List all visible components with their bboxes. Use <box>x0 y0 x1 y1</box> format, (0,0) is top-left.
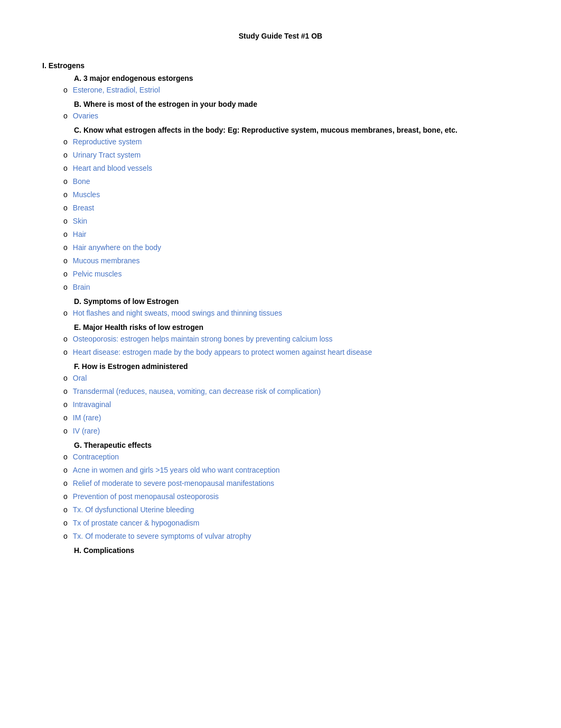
bullet-icon: o <box>63 136 68 148</box>
list-item: o Skin <box>63 216 519 227</box>
list-item: o Acne in women and girls >15 years old … <box>63 465 519 476</box>
list-item: o Muscles <box>63 189 519 200</box>
item-intravaginal: Intravaginal <box>73 399 111 410</box>
page-title: Study Guide Test #1 OB <box>42 32 519 40</box>
list-item: o Transdermal (reduces, nausea, vomiting… <box>63 386 519 397</box>
list-item: o Urinary Tract system <box>63 150 519 161</box>
subsection-heading-D: D. Symptoms of low Estrogen <box>74 297 519 306</box>
bullet-icon: o <box>63 451 68 463</box>
list-item: o Heart and blood vessels <box>63 163 519 174</box>
bullet-icon: o <box>63 347 68 358</box>
item-mucous-membranes: Mucous membranes <box>73 255 140 266</box>
list-item: o Hair anywhere on the body <box>63 242 519 253</box>
item-iv-rare: IV (rare) <box>73 426 100 437</box>
list-item: o Prevention of post menopausal osteopor… <box>63 491 519 502</box>
bullet-icon: o <box>63 176 68 187</box>
item-hair-anywhere: Hair anywhere on the body <box>73 242 161 253</box>
item-text: Esterone, Estradiol, Estriol <box>73 85 160 96</box>
bullet-icon: o <box>63 412 68 423</box>
bullet-icon: o <box>63 399 68 410</box>
item-im-rare: IM (rare) <box>73 412 101 423</box>
list-item: o Tx. Of moderate to severe symptoms of … <box>63 531 519 542</box>
subsection-heading-B: B. Where is most of the estrogen in your… <box>74 100 519 108</box>
list-item: o Hair <box>63 229 519 240</box>
item-osteoporosis: Osteoporosis: estrogen helps maintain st… <box>73 334 333 345</box>
subsection-heading-E: E. Major Health risks of low estrogen <box>74 323 519 331</box>
item-text: Ovaries <box>73 110 98 122</box>
subsection-heading-A: A. 3 major endogenous estorgens <box>74 74 519 82</box>
subsection-heading-G: G. Therapeutic effects <box>74 441 519 449</box>
bullet-icon: o <box>63 334 68 345</box>
item-brain: Brain <box>73 282 90 293</box>
bullet-icon: o <box>63 163 68 174</box>
list-item: o Breast <box>63 202 519 214</box>
item-heart-blood-vessels: Heart and blood vessels <box>73 163 152 174</box>
item-transdermal: Transdermal (reduces, nausea, vomiting, … <box>73 386 321 397</box>
subsection-heading-C: C. Know what estrogen affects in the bod… <box>74 126 519 134</box>
item-hair: Hair <box>73 229 87 240</box>
item-bone: Bone <box>73 176 90 187</box>
list-item: o Hot flashes and night sweats, mood swi… <box>63 308 519 319</box>
list-item: o Brain <box>63 282 519 293</box>
item-breast: Breast <box>73 202 94 214</box>
bullet-icon: o <box>63 189 68 200</box>
item-reproductive-system: Reproductive system <box>73 136 142 148</box>
bullet-icon: o <box>63 465 68 476</box>
item-relief-menopausal: Relief of moderate to severe post-menopa… <box>73 478 274 489</box>
bullet-icon: o <box>63 478 68 489</box>
item-urinary-tract: Urinary Tract system <box>73 150 141 161</box>
list-item: o Contraception <box>63 451 519 463</box>
bullet-icon: o <box>63 255 68 266</box>
bullet-icon: o <box>63 85 68 96</box>
list-item: o Tx. Of dysfunctional Uterine bleeding <box>63 504 519 515</box>
bullet-icon: o <box>63 216 68 227</box>
item-vulvar-atrophy: Tx. Of moderate to severe symptoms of vu… <box>73 531 251 542</box>
bullet-icon: o <box>63 518 68 529</box>
bullet-icon: o <box>63 202 68 214</box>
bullet-icon: o <box>63 282 68 293</box>
list-item: o Esterone, Estradiol, Estriol <box>63 85 519 96</box>
list-item: o Heart disease: estrogen made by the bo… <box>63 347 519 358</box>
list-item: o Ovaries <box>63 110 519 122</box>
item-prostate-cancer: Tx of prostate cancer & hypogonadism <box>73 518 200 529</box>
list-item: o Tx of prostate cancer & hypogonadism <box>63 518 519 529</box>
subsection-heading-H: H. Complications <box>74 546 519 555</box>
list-item: o Oral <box>63 373 519 384</box>
bullet-icon: o <box>63 373 68 384</box>
bullet-icon: o <box>63 491 68 502</box>
item-heart-disease: Heart disease: estrogen made by the body… <box>73 347 372 358</box>
bullet-icon: o <box>63 426 68 437</box>
list-item: o Mucous membranes <box>63 255 519 266</box>
bullet-icon: o <box>63 531 68 542</box>
subsection-heading-F: F. How is Estrogen administered <box>74 362 519 371</box>
item-pelvic-muscles: Pelvic muscles <box>73 269 122 280</box>
item-skin: Skin <box>73 216 87 227</box>
bullet-icon: o <box>63 110 68 122</box>
bullet-icon: o <box>63 386 68 397</box>
section-heading-estrogens: I. Estrogens <box>42 61 519 70</box>
item-symptoms-low-estrogen: Hot flashes and night sweats, mood swing… <box>73 308 282 319</box>
item-prevention-osteoporosis: Prevention of post menopausal osteoporos… <box>73 491 219 502</box>
bullet-icon: o <box>63 242 68 253</box>
section-estrogens: I. Estrogens A. 3 major endogenous estor… <box>42 61 519 555</box>
page-container: Study Guide Test #1 OB I. Estrogens A. 3… <box>42 32 519 555</box>
list-item: o Pelvic muscles <box>63 269 519 280</box>
item-contraception: Contraception <box>73 451 119 463</box>
list-item: o Bone <box>63 176 519 187</box>
list-item: o Reproductive system <box>63 136 519 148</box>
bullet-icon: o <box>63 229 68 240</box>
bullet-icon: o <box>63 269 68 280</box>
bullet-icon: o <box>63 504 68 515</box>
item-dysfunctional-uterine: Tx. Of dysfunctional Uterine bleeding <box>73 504 194 515</box>
list-item: o Osteoporosis: estrogen helps maintain … <box>63 334 519 345</box>
list-item: o IV (rare) <box>63 426 519 437</box>
bullet-icon: o <box>63 150 68 161</box>
list-item: o Relief of moderate to severe post-meno… <box>63 478 519 489</box>
list-item: o IM (rare) <box>63 412 519 423</box>
item-oral: Oral <box>73 373 87 384</box>
bullet-icon: o <box>63 308 68 319</box>
item-muscles: Muscles <box>73 189 100 200</box>
item-acne: Acne in women and girls >15 years old wh… <box>73 465 280 476</box>
list-item: o Intravaginal <box>63 399 519 410</box>
